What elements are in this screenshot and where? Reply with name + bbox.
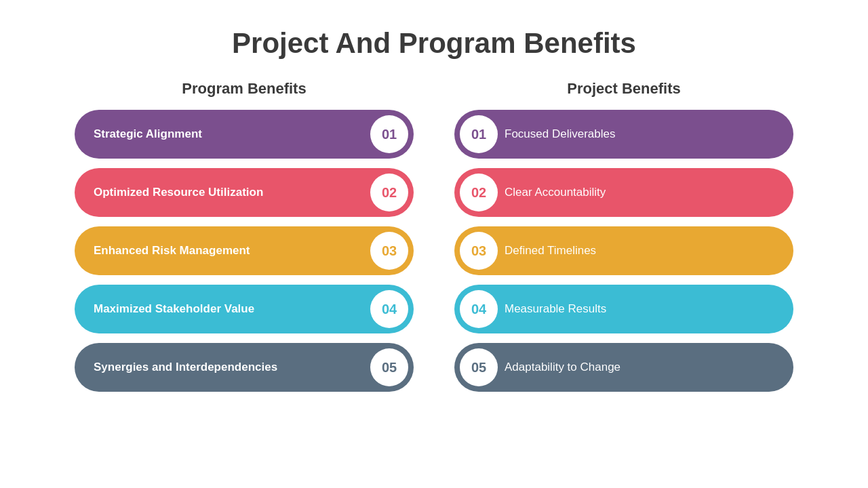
project-benefit-row-3: 03Defined Timelines (454, 226, 793, 275)
page-title: Project And Program Benefits (232, 27, 636, 60)
program-benefit-num-3: 03 (370, 232, 408, 270)
project-benefit-row-2: 02Clear Accountability (454, 168, 793, 217)
project-benefit-num-4: 04 (460, 290, 498, 328)
program-benefit-row-5: Synergies and Interdependencies05 (75, 343, 414, 392)
program-benefit-label-2: Optimized Resource Utilization (94, 185, 363, 199)
program-benefits-column: Program Benefits Strategic Alignment01Op… (75, 80, 414, 401)
project-benefit-label-2: Clear Accountability (505, 185, 774, 199)
project-benefit-num-1: 01 (460, 115, 498, 153)
project-benefits-title: Project Benefits (567, 80, 681, 98)
project-benefit-num-3: 03 (460, 232, 498, 270)
project-benefit-row-5: 05Adaptability to Change (454, 343, 793, 392)
project-benefit-num-5: 05 (460, 348, 498, 386)
columns-wrapper: Program Benefits Strategic Alignment01Op… (0, 80, 868, 401)
program-benefit-num-4: 04 (370, 290, 408, 328)
program-benefit-label-4: Maximized Stakeholder Value (94, 302, 363, 316)
program-benefits-title: Program Benefits (182, 80, 306, 98)
program-benefit-num-1: 01 (370, 115, 408, 153)
project-benefit-label-4: Measurable Results (505, 302, 774, 316)
project-benefits-column: Project Benefits 01Focused Deliverables0… (454, 80, 793, 401)
project-benefit-row-4: 04Measurable Results (454, 285, 793, 333)
project-benefit-label-1: Focused Deliverables (505, 127, 774, 141)
project-benefit-num-2: 02 (460, 174, 498, 211)
program-benefit-num-2: 02 (370, 174, 408, 211)
program-benefit-row-2: Optimized Resource Utilization02 (75, 168, 414, 217)
program-benefit-row-4: Maximized Stakeholder Value04 (75, 285, 414, 333)
project-benefit-label-5: Adaptability to Change (505, 360, 774, 374)
program-benefit-label-5: Synergies and Interdependencies (94, 360, 363, 374)
program-benefit-label-1: Strategic Alignment (94, 127, 363, 141)
program-benefit-row-3: Enhanced Risk Management03 (75, 226, 414, 275)
project-benefit-row-1: 01Focused Deliverables (454, 110, 793, 159)
project-benefit-label-3: Defined Timelines (505, 243, 774, 258)
program-benefit-row-1: Strategic Alignment01 (75, 110, 414, 159)
program-benefit-label-3: Enhanced Risk Management (94, 243, 363, 258)
program-benefit-num-5: 05 (370, 348, 408, 386)
